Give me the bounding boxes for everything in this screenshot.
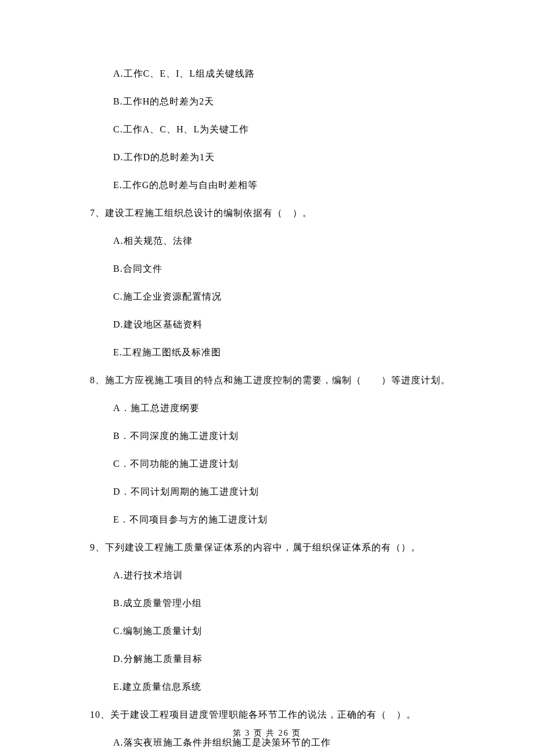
q8-stem: 8、施工方应视施工项目的特点和施工进度控制的需要，编制（ ）等进度计划。	[90, 373, 453, 387]
q7-option-e: E.工程施工图纸及标准图	[113, 345, 453, 359]
q9-option-c: C.编制施工质量计划	[113, 624, 453, 638]
q8-option-d: D．不同计划周期的施工进度计划	[113, 485, 453, 499]
q8-option-b: B．不同深度的施工进度计划	[113, 429, 453, 443]
page-content: A.工作C、E、I、L组成关键线路 B.工作H的总时差为2天 C.工作A、C、H…	[0, 0, 534, 756]
q7-option-c: C.施工企业资源配置情况	[113, 290, 453, 304]
q6-option-c: C.工作A、C、H、L为关键工作	[113, 123, 453, 136]
q7-option-b: B.合同文件	[113, 262, 453, 276]
q6-option-b: B.工作H的总时差为2天	[113, 95, 453, 109]
q6-option-d: D.工作D的总时差为1天	[113, 150, 453, 164]
q6-option-e: E.工作G的总时差与自由时差相等	[113, 178, 453, 192]
q8-option-e: E．不同项目参与方的施工进度计划	[113, 513, 453, 527]
q8-option-c: C．不同功能的施工进度计划	[113, 457, 453, 471]
q8-option-a: A．施工总进度纲要	[113, 401, 453, 415]
q9-option-d: D.分解施工质量目标	[113, 652, 453, 666]
q9-option-a: A.进行技术培训	[113, 568, 453, 582]
q7-option-d: D.建设地区基础资料	[113, 318, 453, 332]
q7-stem: 7、建设工程施工组织总设计的编制依据有（ ）。	[90, 206, 453, 220]
q9-option-b: B.成立质量管理小组	[113, 596, 453, 610]
q6-option-a: A.工作C、E、I、L组成关键线路	[113, 67, 453, 81]
page-footer: 第 3 页 共 26 页	[0, 728, 534, 739]
q9-option-e: E.建立质量信息系统	[113, 680, 453, 694]
q10-stem: 10、关于建设工程项目进度管理职能各环节工作的说法，正确的有（ ）。	[90, 708, 453, 722]
q7-option-a: A.相关规范、法律	[113, 234, 453, 248]
q9-stem: 9、下列建设工程施工质量保证体系的内容中，属于组织保证体系的有（）。	[90, 541, 453, 555]
